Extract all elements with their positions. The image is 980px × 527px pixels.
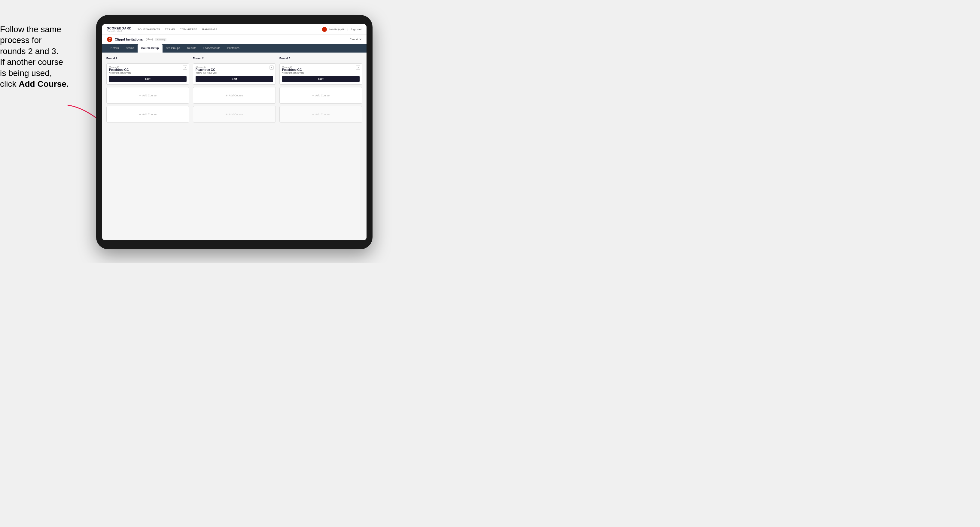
tab-results[interactable]: Results — [184, 44, 200, 52]
add-course-plus-icon-2: + — [139, 113, 141, 116]
round-1-course-name: Peachtree GC — [109, 68, 186, 71]
top-nav-links: TOURNAMENTS TEAMS COMMITTEE RANKINGS — [138, 28, 322, 31]
round-3-course-details: Yellow (M) (6629 yds) — [282, 71, 360, 74]
round-2-add-label-1: Add Course — [229, 94, 243, 97]
user-avatar — [322, 27, 327, 32]
round-1-add-label-2: Add Course — [142, 113, 156, 116]
tab-course-setup[interactable]: Course Setup — [138, 44, 162, 52]
round-2-edit-button[interactable]: Edit — [196, 76, 273, 82]
round-2-course-card-0: ✕ (Course A) Peachtree GC Yellow (M) (66… — [193, 63, 276, 85]
round-1-title: Round 1 — [107, 57, 189, 60]
add-course-plus-icon-r3-1: + — [312, 94, 314, 97]
round-2-add-course-1[interactable]: + Add Course — [193, 87, 276, 103]
round-3-add-course-1[interactable]: + Add Course — [279, 87, 362, 103]
content-area: Round 1 ✕ (Course A) Peachtree GC Yellow… — [102, 52, 366, 240]
scoreboard-logo: SCOREBOARD Powered by clippd — [107, 27, 132, 32]
round-3-course-name: Peachtree GC — [282, 68, 360, 71]
men-tag: (Men) — [146, 38, 153, 41]
tab-teams[interactable]: Teams — [123, 44, 138, 52]
round-3-course-label: (Course A) — [282, 66, 360, 68]
round-2-title: Round 2 — [193, 57, 276, 60]
add-course-plus-icon-r3-2: + — [312, 113, 314, 116]
logo-sub-text: Powered by clippd — [107, 30, 132, 32]
round-2-course-details: Yellow (M) (6629 yds) — [196, 71, 273, 74]
nav-tournaments[interactable]: TOURNAMENTS — [138, 28, 160, 31]
round-3-course-card-0: ✕ (Course A) Peachtree GC Yellow (M) (66… — [279, 63, 362, 85]
round-2-add-course-2: + Add Course — [193, 106, 276, 122]
cancel-button[interactable]: Cancel ✕ — [350, 38, 362, 41]
add-course-plus-icon-1: + — [139, 94, 141, 97]
tab-tee-groups[interactable]: Tee Groups — [162, 44, 184, 52]
cancel-x-icon: ✕ — [359, 38, 362, 41]
round-3-delete-icon[interactable]: ✕ — [356, 65, 360, 70]
round-2-column: Round 2 ✕ (Course A) Peachtree GC Yellow… — [193, 57, 276, 122]
nav-teams[interactable]: TEAMS — [165, 28, 175, 31]
top-nav-right: blair@clippd.io | Sign out — [322, 27, 362, 32]
rounds-grid: Round 1 ✕ (Course A) Peachtree GC Yellow… — [107, 57, 362, 122]
nav-separator: | — [348, 28, 348, 31]
add-course-plus-icon-r2-1: + — [226, 94, 228, 97]
tab-printables[interactable]: Printables — [224, 44, 243, 52]
round-3-add-course-2: + Add Course — [279, 106, 362, 122]
tournament-info: C Clippd Invitational (Men) Hosting — [107, 37, 166, 42]
c-logo: C — [107, 37, 112, 42]
round-3-column: Round 3 ✕ (Course A) Peachtree GC Yellow… — [279, 57, 362, 122]
tab-leaderboards[interactable]: Leaderboards — [200, 44, 224, 52]
round-1-add-course-1[interactable]: + Add Course — [107, 87, 189, 103]
round-1-delete-icon[interactable]: ✕ — [183, 65, 187, 70]
tournament-name: Clippd Invitational — [115, 38, 143, 41]
sign-out-link[interactable]: Sign out — [351, 28, 362, 31]
nav-rankings[interactable]: RANKINGS — [202, 28, 218, 31]
add-course-plus-icon-r2-2: + — [226, 113, 228, 116]
round-1-course-card-0: ✕ (Course A) Peachtree GC Yellow (M) (66… — [107, 63, 189, 85]
round-1-course-details: Yellow (M) (6629 yds) — [109, 71, 186, 74]
user-email: blair@clippd.io — [329, 28, 345, 31]
tablet-screen: SCOREBOARD Powered by clippd TOURNAMENTS… — [102, 24, 366, 240]
logo-main-text: SCOREBOARD — [107, 27, 132, 30]
nav-committee[interactable]: COMMITTEE — [180, 28, 198, 31]
round-2-delete-icon[interactable]: ✕ — [269, 65, 274, 70]
tabs-bar: Details Teams Course Setup Tee Groups Re… — [102, 44, 366, 52]
top-nav: SCOREBOARD Powered by clippd TOURNAMENTS… — [102, 24, 366, 35]
round-2-course-name: Peachtree GC — [196, 68, 273, 71]
round-3-edit-button[interactable]: Edit — [282, 76, 360, 82]
round-3-add-label-1: Add Course — [315, 94, 329, 97]
tablet-frame: SCOREBOARD Powered by clippd TOURNAMENTS… — [96, 15, 372, 249]
round-2-course-label: (Course A) — [196, 66, 273, 68]
tab-details[interactable]: Details — [107, 44, 123, 52]
round-1-column: Round 1 ✕ (Course A) Peachtree GC Yellow… — [107, 57, 189, 122]
round-1-course-label: (Course A) — [109, 66, 186, 68]
round-3-title: Round 3 — [279, 57, 362, 60]
round-1-add-label-1: Add Course — [142, 94, 156, 97]
sub-header: C Clippd Invitational (Men) Hosting Canc… — [102, 35, 366, 44]
round-2-add-label-2: Add Course — [229, 113, 243, 116]
hosting-badge: Hosting — [155, 38, 166, 41]
round-1-edit-button[interactable]: Edit — [109, 76, 186, 82]
instruction-text: Follow the same process for rounds 2 and… — [0, 24, 87, 89]
round-3-add-label-2: Add Course — [315, 113, 329, 116]
round-1-add-course-2[interactable]: + Add Course — [107, 106, 189, 122]
